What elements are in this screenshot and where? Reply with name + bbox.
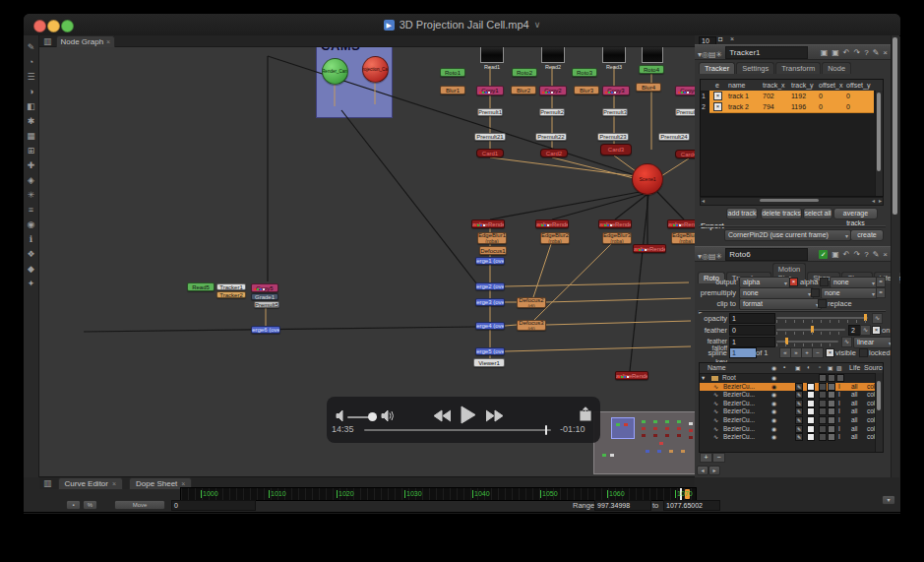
node-edgeblur2[interactable]: EdgeBlur2(rgba) [540, 232, 570, 244]
panel-header-icon[interactable]: ↷ [853, 250, 860, 259]
output-checkbox2[interactable] [820, 278, 829, 286]
metadata-icon[interactable]: ℹ [30, 233, 32, 245]
mask-icon[interactable]: × [730, 35, 734, 42]
node-merge1-over[interactable]: Merge1 (over) [475, 257, 505, 265]
filter-icon[interactable]: ✱ [28, 115, 35, 127]
flag-box[interactable] [828, 433, 835, 441]
flag-box[interactable] [828, 383, 835, 391]
inverted-flag[interactable]: I [838, 425, 840, 434]
splinekey-input[interactable]: 1 [729, 347, 757, 358]
node-scanlinerender3[interactable]: ScanlineRender3 [598, 219, 632, 228]
share-icon[interactable] [580, 406, 591, 421]
node-merge3-over[interactable]: Merge3 (over) [475, 298, 505, 306]
timeline[interactable]: 10001010102010301040105010601070 [180, 487, 697, 501]
panel-header-icon[interactable]: ✎ [873, 48, 880, 57]
delete-tracks-button[interactable]: delete tracks [761, 208, 802, 219]
delete-key-button[interactable]: − [812, 347, 824, 358]
shapes-tree[interactable]: Name◉▪▣◐▫▣▨LifeSource ▾Root◉∿BezierCu...… [699, 362, 884, 453]
node-roto2[interactable]: Roto2 [512, 68, 537, 77]
export-dropdown[interactable]: CornerPin2D (use current frame)▾ [724, 229, 851, 241]
panel-header-icon[interactable]: ↶ [843, 48, 850, 57]
enable-checkbox[interactable]: × [713, 102, 722, 111]
tree-row[interactable]: ▾Root◉ [700, 374, 876, 383]
eye-icon[interactable]: ◉ [771, 391, 776, 400]
fast-forward-button[interactable] [486, 409, 504, 422]
range-from-input[interactable]: 997.34998 [594, 500, 651, 511]
panel-menu-icon[interactable]: ▥ [43, 35, 52, 47]
image-icon[interactable]: ✎ [28, 41, 35, 53]
volume-low-icon[interactable] [336, 409, 346, 422]
channel-icon[interactable]: ◑ [29, 86, 33, 97]
tab-node-graph[interactable]: Node Graph× [56, 35, 116, 47]
color-swatch[interactable] [807, 425, 815, 433]
node-tracker2[interactable]: Tracker2 [216, 291, 246, 298]
color-swatch[interactable] [807, 383, 815, 391]
node-copy4[interactable]: Copy4 [675, 86, 695, 95]
flag-box[interactable] [819, 407, 827, 415]
falloff-dropdown[interactable]: linear▾ [853, 337, 894, 348]
tab-curve-editor[interactable]: Curve Editor× [58, 477, 124, 490]
remove-shape-button[interactable]: − [712, 453, 725, 463]
panel-header-icon[interactable]: × [883, 250, 888, 259]
timeline-options-button[interactable]: ▾ [882, 495, 895, 505]
close-tab-icon[interactable]: × [181, 480, 185, 487]
clipto-dropdown[interactable]: format▾ [739, 298, 822, 310]
flag-box[interactable] [819, 416, 827, 424]
premultiply-dropdown2[interactable]: none▾ [821, 287, 878, 299]
eye-icon[interactable]: ◉ [771, 400, 776, 408]
merge-icon[interactable]: ⊞ [28, 145, 35, 156]
visible-checkbox[interactable]: × [826, 348, 834, 357]
eye-icon[interactable]: ◉ [771, 374, 776, 383]
color-icon[interactable]: ◧ [27, 100, 35, 112]
flag-box[interactable] [828, 425, 835, 433]
node-edgeblur1[interactable]: EdgeBlur1(rgba) [477, 232, 507, 244]
panel-header-icon[interactable]: ? [864, 48, 868, 57]
node-blur1[interactable]: Blur1 [440, 86, 465, 94]
inverted-flag[interactable]: I [838, 433, 840, 442]
panel-header-icon[interactable]: ▣ [821, 48, 829, 57]
lock-icon[interactable]: ◘ [718, 35, 722, 42]
chevron-down-icon[interactable]: ∨ [534, 20, 541, 30]
node-grade1[interactable]: Grade1 [251, 293, 278, 300]
flag-box[interactable] [828, 391, 835, 399]
node-graph-minimap[interactable] [593, 411, 695, 474]
node-edgeblur3[interactable]: EdgeBlur3(rgba) [602, 232, 632, 244]
opacity-slider[interactable] [776, 317, 868, 319]
frame-lock-button[interactable]: ▪ [66, 500, 81, 510]
panel-scrollbar[interactable] [891, 35, 899, 477]
help-icon[interactable]: ✦ [28, 278, 35, 289]
draw-flag-box[interactable]: ✎ [795, 383, 803, 391]
node-merge5-over[interactable]: Merge5 (over) [475, 347, 505, 355]
node-card1[interactable]: Card1 [476, 149, 504, 157]
flag-box[interactable] [828, 407, 835, 415]
node-card2[interactable]: Card2 [540, 149, 568, 157]
eye-icon[interactable]: ◉ [771, 383, 776, 392]
particles-icon[interactable]: ✳ [28, 189, 35, 201]
rewind-button[interactable] [433, 409, 451, 422]
draw-flag-box[interactable]: ✎ [795, 433, 803, 441]
panel-header-icon[interactable]: × [883, 48, 888, 57]
node-copy2[interactable]: Copy2 [539, 86, 567, 95]
panel-header-icon[interactable]: ✎ [873, 250, 880, 259]
deep-icon[interactable]: ≡ [29, 204, 33, 216]
create-button[interactable]: create [850, 229, 884, 241]
transform-icon[interactable]: ✚ [28, 159, 35, 171]
node-read5[interactable]: Read5 [187, 282, 215, 291]
other-icon[interactable]: ◆ [28, 263, 34, 275]
toolsets-icon[interactable]: ❖ [27, 248, 34, 260]
tree-row[interactable]: ∿BezierCu...◉✎Iallcolor [700, 407, 876, 416]
node-scanlinerender4[interactable]: ScanlineRender4 [667, 219, 695, 228]
node-blur3[interactable]: Blur3 [574, 86, 599, 94]
draw-flag-box[interactable]: ✎ [795, 416, 803, 424]
curve-icon[interactable]: ∿ [872, 313, 883, 324]
curve-icon[interactable]: ∿ [860, 325, 871, 336]
node-copy5[interactable]: Copy5 [251, 283, 278, 292]
node-copy3[interactable]: Copy3 [602, 86, 630, 95]
color-swatch[interactable] [807, 433, 815, 441]
table-row[interactable]: ×track 2794119600 [709, 101, 874, 113]
tab-transform[interactable]: Transform [775, 62, 821, 74]
node-viewer1[interactable]: Viewer1 [473, 358, 505, 367]
node-render-cam[interactable]: Render_Cam [322, 58, 348, 85]
node-roto1[interactable]: Roto1 [440, 68, 465, 77]
progress-bar[interactable] [364, 429, 551, 431]
